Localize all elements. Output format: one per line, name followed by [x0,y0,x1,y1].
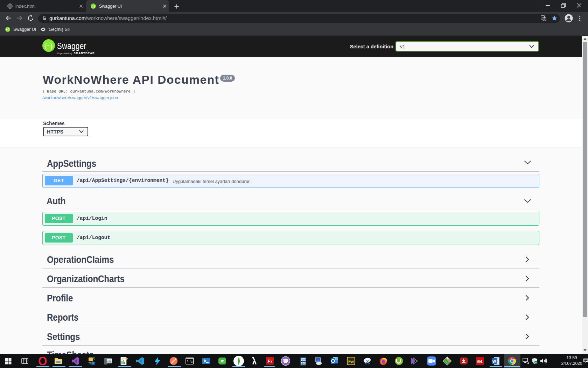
svg-text:Fw: Fw [348,359,354,363]
svg-text:JD: JD [220,360,224,363]
svg-text:C:\>: C:\> [187,360,193,363]
svg-text:64: 64 [477,359,483,364]
svg-text:{·}: {·} [91,5,95,8]
svg-text:{·}: {·} [6,28,9,31]
svg-text:Fz: Fz [267,359,273,364]
svg-text:文: 文 [544,18,546,21]
svg-text:W: W [492,359,496,363]
svg-text:}: } [50,42,52,49]
svg-text:{: { [45,42,47,49]
